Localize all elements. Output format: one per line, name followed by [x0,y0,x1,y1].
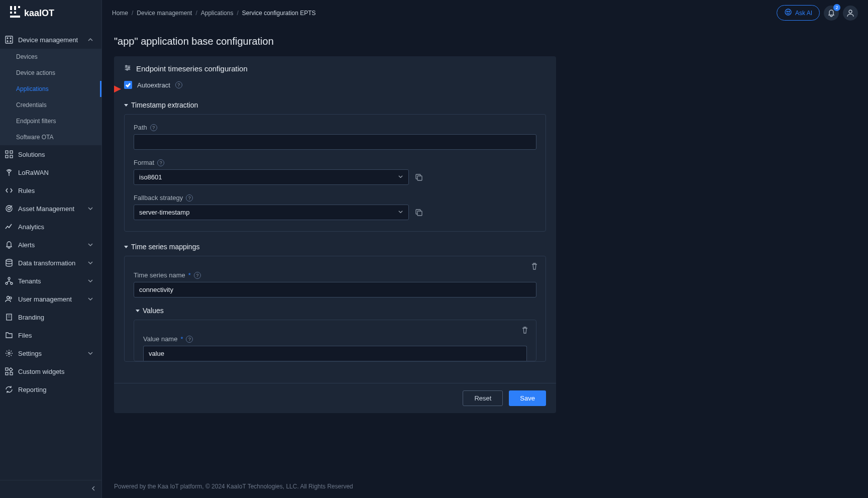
svg-point-38 [789,11,790,12]
save-button[interactable]: Save [509,390,546,406]
sidebar-subitem-software-ota[interactable]: Software OTA [0,129,101,145]
autoextract-checkbox[interactable] [124,81,132,89]
bell-icon [5,241,13,249]
sidebar-collapse-button[interactable] [90,485,96,493]
svg-point-11 [10,41,11,42]
sidebar-item-rules[interactable]: Rules [0,181,101,200]
chevron-down-icon [87,206,93,212]
footer-text: Powered by the Kaa IoT platform, © 2024 … [102,475,868,498]
chart-icon [5,223,13,231]
sidebar-subitem-devices[interactable]: Devices [0,49,101,65]
ts-name-input[interactable] [134,282,536,297]
database-icon [5,259,13,267]
values-box: Value name* ? [134,320,536,361]
sidebar-item-reporting[interactable]: Reporting [0,380,101,399]
help-icon[interactable]: ? [194,272,201,279]
svg-rect-5 [10,16,20,18]
svg-rect-0 [10,6,12,10]
sidebar-subitem-endpoint-filters[interactable]: Endpoint filters [0,113,101,129]
profile-button[interactable] [843,6,858,21]
sidebar-item-analytics[interactable]: Analytics [0,218,101,236]
sidebar-item-custom-widgets[interactable]: Custom widgets [0,362,101,380]
code-icon [5,186,13,194]
sidebar-item-solutions[interactable]: Solutions [0,145,101,163]
help-icon[interactable]: ? [186,336,193,343]
delete-mapping-button[interactable] [530,262,539,271]
chevron-down-icon [87,260,93,266]
help-icon[interactable]: ? [150,124,157,131]
mappings-section-toggle[interactable]: Time series mappings [124,243,546,251]
sidebar-item-label: LoRaWAN [18,169,93,176]
svg-point-24 [7,296,10,299]
panel-header: Endpoint timeseries configuration [114,56,556,81]
svg-rect-14 [6,155,8,158]
svg-point-10 [7,41,8,42]
brand-logo: kaaIOT [10,6,90,20]
svg-rect-12 [6,151,8,153]
sidebar-subitem-credentials[interactable]: Credentials [0,97,101,113]
help-icon[interactable]: ? [157,159,164,166]
fallback-field: Fallback strategy ? server-timestamp [134,194,536,220]
config-panel: Endpoint timeseries configuration Autoex… [114,56,556,413]
breadcrumb: Home / Device management / Applications … [112,10,773,17]
help-icon[interactable]: ? [175,81,182,88]
help-icon[interactable]: ? [186,194,193,202]
svg-rect-32 [6,368,8,370]
antenna-icon [5,168,13,176]
sidebar-item-tenants[interactable]: Tenants [0,272,101,290]
sidebar-item-label: Alerts [18,241,82,249]
sidebar-item-label: Data transformation [18,259,82,267]
sidebar-item-data-transformation[interactable]: Data transformation [0,254,101,272]
svg-point-21 [8,277,10,279]
triangle-down-icon [124,104,128,107]
breadcrumb-applications[interactable]: Applications [201,10,234,17]
sidebar-item-label: Reporting [18,386,93,393]
breadcrumb-sep: / [237,10,238,17]
breadcrumb-home[interactable]: Home [112,10,128,17]
folder-icon [5,331,13,339]
sidebar-item-settings[interactable]: Settings [0,344,101,362]
sidebar-item-user-management[interactable]: User management [0,290,101,308]
gear-icon [5,349,13,357]
chevron-down-icon [87,296,93,302]
sidebar-item-branding[interactable]: Branding [0,308,101,326]
sidebar-item-files[interactable]: Files [0,326,101,344]
ask-ai-label: Ask AI [795,10,812,17]
widgets-icon [5,367,13,375]
format-select[interactable]: iso8601 [134,169,409,185]
svg-point-8 [7,38,8,39]
sidebar-item-device-management[interactable]: Device management [0,31,101,49]
page-title: "app" application base configuration [114,36,856,47]
copy-button[interactable] [414,172,424,182]
copy-button[interactable] [414,208,424,218]
chevron-up-icon [87,37,93,43]
content: "app" application base configuration End… [102,26,868,475]
breadcrumb-current: Service configuration EPTS [242,10,316,17]
timestamp-section-toggle[interactable]: Timestamp extraction [124,101,546,109]
autoextract-label: Autoextract [137,81,170,89]
path-input[interactable] [134,134,536,150]
breadcrumb-device-management[interactable]: Device management [137,10,192,17]
ask-ai-button[interactable]: Ask AI [777,5,820,21]
field-label: Value name [143,335,177,343]
sidebar-footer [0,480,101,498]
sidebar-item-lorawan[interactable]: LoRaWAN [0,163,101,181]
chevron-down-icon [87,242,93,248]
topbar: Home / Device management / Applications … [102,0,868,26]
notifications-button[interactable]: 2 [824,6,839,21]
value-name-input[interactable] [143,346,527,361]
svg-point-25 [10,297,12,299]
sidebar-subitem-device-actions[interactable]: Device actions [0,65,101,81]
fallback-select[interactable]: server-timestamp [134,205,409,220]
field-label: Fallback strategy [134,194,183,202]
values-section-toggle[interactable]: Values [136,307,536,315]
sidebar-item-asset-management[interactable]: Asset Management [0,200,101,218]
sidebar-subitem-applications[interactable]: Applications [0,81,101,97]
sidebar-item-alerts[interactable]: Alerts [0,236,101,254]
reset-button[interactable]: Reset [463,390,503,406]
section-label: Values [143,307,164,315]
svg-rect-33 [6,372,8,375]
main-area: Home / Device management / Applications … [102,0,868,498]
sidebar-item-label: Asset Management [18,205,82,213]
delete-value-button[interactable] [521,326,530,335]
